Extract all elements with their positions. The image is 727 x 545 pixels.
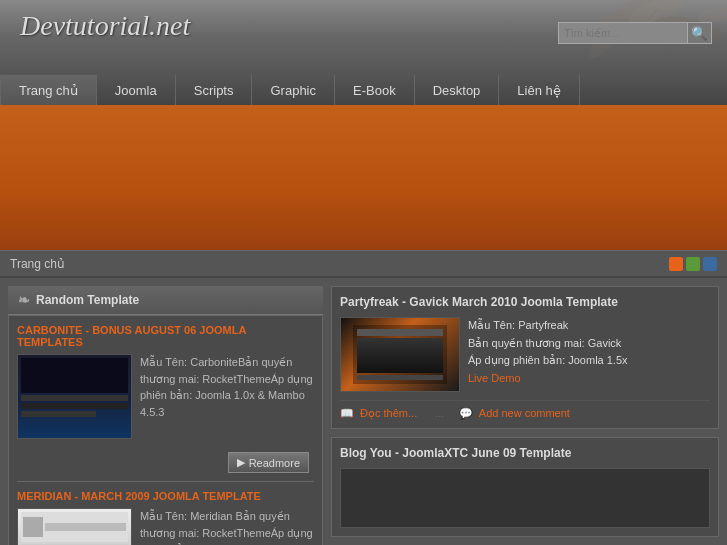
leaf-icon: ❧ [18, 292, 30, 308]
read-more-link[interactable]: 📖 Đọc thêm... [340, 407, 420, 420]
site-logo[interactable]: Devtutorial.net [20, 10, 190, 42]
search-box: 🔍 [558, 22, 712, 44]
left-section-title: Random Template [36, 293, 139, 307]
desc-ap-label: Áp dụng phiên bản: Joomla 1.5x [468, 354, 628, 366]
right-column: Partyfreak - Gavick March 2010 Joomla Te… [331, 286, 719, 545]
desc-name-label: Mẫu Tên: Partyfreak [468, 319, 568, 331]
post2-title[interactable]: MERIDIAN - MARCH 2009 JOOMLA TEMPLATE [17, 490, 314, 502]
nav-item-trangchu[interactable]: Trang chủ [0, 75, 97, 105]
left-column: ❧ Random Template CARBONITE - BONUS AUGU… [8, 286, 323, 545]
nav-item-joomla[interactable]: Joomla [97, 75, 176, 105]
right-post1-thumbnail [340, 317, 460, 392]
breadcrumb-icons [669, 257, 717, 271]
bc-icon-blue[interactable] [703, 257, 717, 271]
right-section2-title: Blog You - JoomlaXTC June 09 Template [340, 446, 710, 460]
live-demo-link[interactable]: Live Demo [468, 370, 628, 388]
post2-desc: Mẫu Tên: Meridian Bản quyền thương mai: … [140, 508, 314, 545]
read-more-icon: 📖 [340, 407, 354, 419]
right-post1-footer: 📖 Đọc thêm... ... 💬 Add new comment [340, 400, 710, 420]
desc-bq-label: Bản quyền thương mai: Gavick [468, 337, 621, 349]
right-post1-desc: Mẫu Tên: Partyfreak Bản quyền thương mai… [468, 317, 628, 392]
read-more-label: Đọc thêm... [360, 407, 417, 419]
bc-icon-orange[interactable] [669, 257, 683, 271]
post2-thumbnail [17, 508, 132, 545]
post1-readmore-btn[interactable]: ▶ Readmore [228, 452, 309, 473]
add-comment-label: Add new comment [479, 407, 570, 419]
right-thumb-inner [341, 318, 459, 391]
right-section1-title: Partyfreak - Gavick March 2010 Joomla Te… [340, 295, 710, 309]
right-section2-placeholder [340, 468, 710, 528]
comment-icon: 💬 [459, 407, 473, 419]
search-button[interactable]: 🔍 [688, 22, 712, 44]
post1-desc: Mẫu Tên: CarboniteBản quyền thương mai: … [140, 354, 314, 439]
add-comment-link[interactable]: 💬 Add new comment [459, 407, 573, 420]
left-card: CARBONITE - BONUS AUGUST 06 JOOMLA TEMPL… [8, 315, 323, 545]
nav-item-desktop[interactable]: Desktop [415, 75, 500, 105]
right-section2: Blog You - JoomlaXTC June 09 Template [331, 437, 719, 537]
breadcrumb: Trang chủ [0, 250, 727, 278]
footer-separator: ... [435, 407, 444, 420]
left-section-header: ❧ Random Template [8, 286, 323, 315]
nav-item-graphic[interactable]: Graphic [252, 75, 335, 105]
nav-item-scripts[interactable]: Scripts [176, 75, 253, 105]
main-content: ❧ Random Template CARBONITE - BONUS AUGU… [0, 278, 727, 545]
nav-item-ebook[interactable]: E-Book [335, 75, 415, 105]
search-input[interactable] [558, 22, 688, 44]
header: Devtutorial.net 🔍 [0, 0, 727, 75]
main-nav: Trang chủ Joomla Scripts Graphic E-Book … [0, 75, 727, 105]
post1-title[interactable]: CARBONITE - BONUS AUGUST 06 JOOMLA TEMPL… [17, 324, 314, 348]
post1-row: Mẫu Tên: CarboniteBản quyền thương mai: … [17, 354, 314, 439]
post1-thumbnail [17, 354, 132, 439]
nav-item-lienhe[interactable]: Liên hệ [499, 75, 579, 105]
banner-area [0, 105, 727, 250]
bc-icon-green[interactable] [686, 257, 700, 271]
right-section1: Partyfreak - Gavick March 2010 Joomla Te… [331, 286, 719, 429]
readmore-icon: ▶ [237, 456, 245, 469]
post2-row: Mẫu Tên: Meridian Bản quyền thương mai: … [17, 508, 314, 545]
readmore-label: Readmore [249, 457, 300, 469]
right-post1-row: Mẫu Tên: Partyfreak Bản quyền thương mai… [340, 317, 710, 392]
breadcrumb-text: Trang chủ [10, 257, 65, 271]
divider [17, 481, 314, 482]
